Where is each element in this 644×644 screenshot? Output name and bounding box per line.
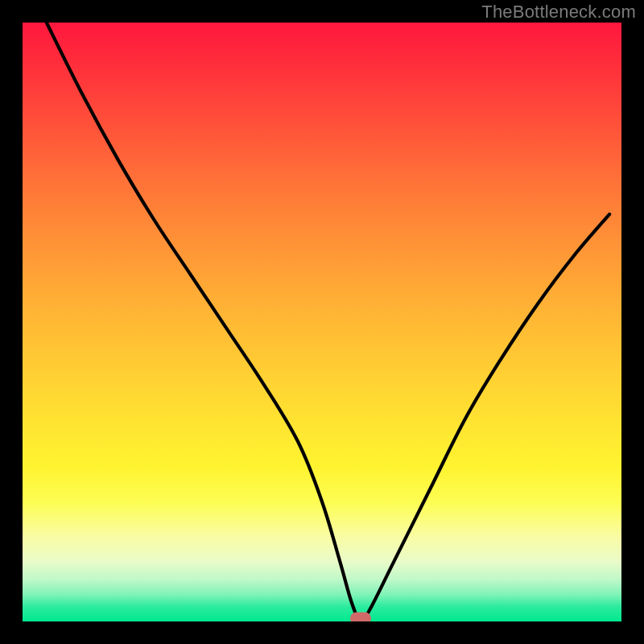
plot-area: [23, 23, 621, 621]
bottleneck-curve: [23, 23, 621, 621]
curve-path: [47, 23, 609, 621]
optimum-marker: [350, 613, 371, 622]
chart-frame: TheBottleneck.com: [0, 0, 644, 644]
watermark-text: TheBottleneck.com: [481, 2, 636, 23]
